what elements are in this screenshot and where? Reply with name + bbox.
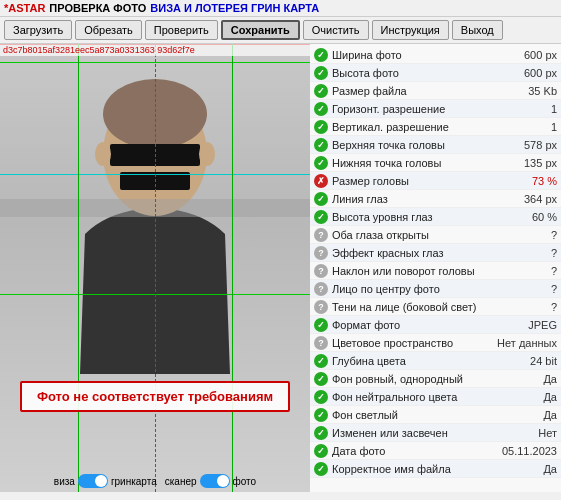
check-row-5: ✓Верхняя точка головы578 px <box>310 136 561 154</box>
check-row-7: ✗Размер головы73 % <box>310 172 561 190</box>
left-v-line <box>78 44 79 492</box>
file-hash: d3c7b8015af3281eec5a873a0331363 93d62f7e <box>0 44 310 56</box>
scanner-toggle[interactable] <box>200 474 230 488</box>
check-label-10: Оба глаза открыты <box>332 229 497 241</box>
check-label-18: Фон ровный, однородный <box>332 373 497 385</box>
check-value-3: 1 <box>497 103 557 115</box>
title-bar: *ASTAR ПРОВЕРКА ФОТО ВИЗА И ЛОТЕРЕЯ ГРИН… <box>0 0 561 17</box>
title-star: *ASTAR <box>4 2 45 14</box>
check-icon-warn: ? <box>314 228 328 242</box>
check-value-9: 60 % <box>497 211 557 223</box>
check-row-23: ✓Корректное имя файлаДа <box>310 460 561 478</box>
exit-button[interactable]: Выход <box>452 20 503 40</box>
check-value-0: 600 px <box>497 49 557 61</box>
check-value-17: 24 bit <box>497 355 557 367</box>
title-text1: ПРОВЕРКА ФОТО <box>49 2 146 14</box>
check-value-2: 35 Kb <box>497 85 557 97</box>
check-row-22: ✓Дата фото05.11.2023 <box>310 442 561 460</box>
visa-label: виза <box>54 476 75 487</box>
check-icon-ok: ✓ <box>314 462 328 476</box>
right-v-line <box>232 44 233 492</box>
photo-area: d3c7b8015af3281eec5a873a0331363 93d62f7e <box>0 44 310 492</box>
right-panel: ✓Ширина фото600 px✓Высота фото600 px✓Раз… <box>310 44 561 492</box>
check-row-2: ✓Размер файла35 Kb <box>310 82 561 100</box>
check-icon-ok: ✓ <box>314 120 328 134</box>
check-value-14: ? <box>497 301 557 313</box>
check-label-23: Корректное имя файла <box>332 463 497 475</box>
clear-button[interactable]: Очистить <box>303 20 369 40</box>
check-row-1: ✓Высота фото600 px <box>310 64 561 82</box>
check-row-4: ✓Вертикал. разрешение1 <box>310 118 561 136</box>
check-value-21: Нет <box>497 427 557 439</box>
check-label-15: Формат фото <box>332 319 497 331</box>
check-value-11: ? <box>497 247 557 259</box>
visa-toggle-group: виза гринкарта <box>54 474 157 488</box>
check-row-17: ✓Глубина цвета24 bit <box>310 352 561 370</box>
check-row-20: ✓Фон светлыйДа <box>310 406 561 424</box>
check-icon-ok: ✓ <box>314 192 328 206</box>
check-label-19: Фон нейтрального цвета <box>332 391 497 403</box>
check-row-13: ?Лицо по центру фото? <box>310 280 561 298</box>
check-label-21: Изменен или засвечен <box>332 427 497 439</box>
load-button[interactable]: Загрузить <box>4 20 72 40</box>
check-icon-warn: ? <box>314 300 328 314</box>
check-value-18: Да <box>497 373 557 385</box>
check-icon-warn: ? <box>314 336 328 350</box>
check-value-12: ? <box>497 265 557 277</box>
check-label-12: Наклон или поворот головы <box>332 265 497 277</box>
photo-container: Фото не соответствует требованиям виза г… <box>0 44 310 492</box>
check-icon-ok: ✓ <box>314 84 328 98</box>
svg-point-5 <box>95 142 111 166</box>
scanner-toggle-group: сканер фото <box>165 474 256 488</box>
save-button[interactable]: Сохранить <box>221 20 300 40</box>
scanner-knob <box>217 475 229 487</box>
check-row-21: ✓Изменен или засвеченНет <box>310 424 561 442</box>
check-label-22: Дата фото <box>332 445 497 457</box>
check-value-8: 364 px <box>497 193 557 205</box>
check-icon-warn: ? <box>314 264 328 278</box>
check-row-16: ?Цветовое пространствоНет данных <box>310 334 561 352</box>
check-row-11: ?Эффект красных глаз? <box>310 244 561 262</box>
bottom-controls: виза гринкарта сканер фото <box>0 474 310 488</box>
check-label-2: Размер файла <box>332 85 497 97</box>
check-label-1: Высота фото <box>332 67 497 79</box>
check-value-1: 600 px <box>497 67 557 79</box>
warning-box: Фото не соответствует требованиям <box>20 381 290 412</box>
check-value-23: Да <box>497 463 557 475</box>
check-value-20: Да <box>497 409 557 421</box>
title-visa: ВИЗА И ЛОТЕРЕЯ ГРИН КАРТА <box>150 2 319 14</box>
check-value-10: ? <box>497 229 557 241</box>
check-row-19: ✓Фон нейтрального цветаДа <box>310 388 561 406</box>
check-label-11: Эффект красных глаз <box>332 247 497 259</box>
check-icon-err: ✗ <box>314 174 328 188</box>
check-icon-ok: ✓ <box>314 318 328 332</box>
check-button[interactable]: Проверить <box>145 20 218 40</box>
crop-button[interactable]: Обрезать <box>75 20 142 40</box>
check-icon-ok: ✓ <box>314 372 328 386</box>
check-value-19: Да <box>497 391 557 403</box>
check-label-8: Линия глаз <box>332 193 497 205</box>
check-icon-ok: ✓ <box>314 408 328 422</box>
check-icon-ok: ✓ <box>314 66 328 80</box>
check-icon-ok: ✓ <box>314 210 328 224</box>
check-icon-ok: ✓ <box>314 138 328 152</box>
center-v-line <box>155 44 156 492</box>
check-icon-warn: ? <box>314 246 328 260</box>
check-label-4: Вертикал. разрешение <box>332 121 497 133</box>
svg-point-6 <box>199 142 215 166</box>
check-icon-ok: ✓ <box>314 156 328 170</box>
check-icon-ok: ✓ <box>314 48 328 62</box>
check-row-0: ✓Ширина фото600 px <box>310 46 561 64</box>
visa-toggle[interactable] <box>78 474 108 488</box>
check-label-5: Верхняя точка головы <box>332 139 497 151</box>
check-value-15: JPEG <box>497 319 557 331</box>
check-label-20: Фон светлый <box>332 409 497 421</box>
check-label-14: Тени на лице (боковой свет) <box>332 301 497 313</box>
check-label-7: Размер головы <box>332 175 497 187</box>
help-button[interactable]: Инструкция <box>372 20 449 40</box>
photo-label: фото <box>233 476 257 487</box>
check-row-10: ?Оба глаза открыты? <box>310 226 561 244</box>
check-value-6: 135 px <box>497 157 557 169</box>
check-icon-ok: ✓ <box>314 426 328 440</box>
check-label-9: Высота уровня глаз <box>332 211 497 223</box>
